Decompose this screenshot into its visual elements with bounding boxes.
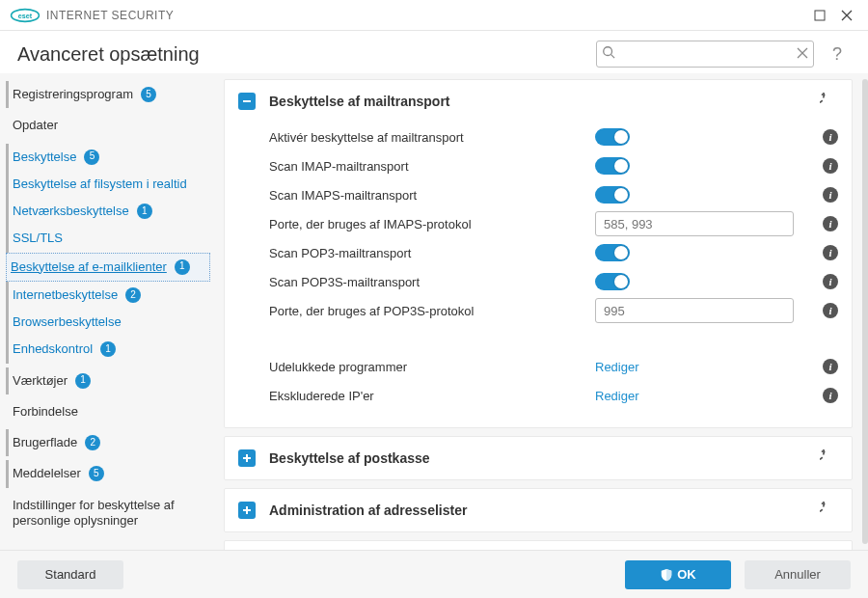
svg-rect-2 (815, 11, 825, 20)
content-wrap: Beskyttelse af mailtransport Aktivér bes… (220, 73, 868, 550)
search-wrap (596, 41, 814, 68)
toggle-enable-mailtransport[interactable] (595, 128, 630, 146)
sidebar: Registreringsprogram 5 Opdater Beskyttel… (0, 73, 220, 550)
scrollbar[interactable] (862, 79, 868, 544)
sidebar-item-netvaerksbeskyttelse[interactable]: Netværksbeskyttelse 1 (6, 198, 210, 225)
sidebar-item-personlige-oplysninger[interactable]: Indstillinger for beskyttelse af personl… (6, 492, 210, 535)
body: Registreringsprogram 5 Opdater Beskyttel… (0, 73, 868, 550)
sidebar-badge: 2 (85, 435, 100, 450)
content: Beskyttelse af mailtransport Aktivér bes… (224, 79, 862, 550)
row-pop3s-ports: Porte, der bruges af POP3S-protokol i (269, 296, 838, 325)
panel-header-adresselister[interactable]: Administration af adresselister (225, 489, 852, 531)
sidebar-item-forbindelse[interactable]: Forbindelse (6, 398, 210, 425)
sidebar-item-filsystem-realtid[interactable]: Beskyttelse af filsystem i realtid (6, 171, 210, 198)
sidebar-item-enhedskontrol[interactable]: Enhedskontrol 1 (6, 336, 210, 363)
cancel-button[interactable]: Annuller (745, 560, 851, 589)
sidebar-item-meddelelser[interactable]: Meddelelser 5 (6, 460, 210, 487)
input-imaps-ports[interactable] (595, 211, 794, 236)
revert-icon[interactable] (819, 501, 838, 520)
toggle-scan-imaps[interactable] (595, 186, 630, 204)
row-excluded-ips: Ekskluderede IP'er Rediger i (269, 381, 838, 410)
panel-title: Beskyttelse af mailtransport (269, 94, 819, 109)
collapse-icon (238, 93, 256, 110)
info-icon[interactable]: i (823, 158, 838, 174)
svg-text:eset: eset (18, 12, 33, 20)
search-icon (602, 45, 615, 63)
info-icon[interactable]: i (823, 216, 838, 231)
sidebar-badge: 5 (89, 466, 104, 481)
toggle-scan-imap[interactable] (595, 157, 630, 175)
panel-threatsense: ThreatSense (224, 540, 853, 550)
link-edit-excluded-ips[interactable]: Rediger (595, 389, 639, 403)
sidebar-item-browserbeskyttelse[interactable]: Browserbeskyttelse (6, 309, 210, 336)
sidebar-item-opdater[interactable]: Opdater (6, 112, 210, 139)
sidebar-badge: 1 (75, 373, 91, 389)
panel-body-mailtransport: Aktivér beskyttelse af mailtransport i S… (225, 122, 852, 427)
row-scan-imaps: Scan IMAPS-mailtransport i (269, 180, 838, 209)
row-scan-imap: Scan IMAP-mailtransport i (269, 151, 838, 180)
panel-adresselister: Administration af adresselister (224, 488, 853, 532)
sidebar-item-beskyttelse[interactable]: Beskyttelse 5 (6, 144, 210, 171)
sidebar-badge: 1 (100, 341, 116, 357)
ok-button-label: OK (677, 567, 696, 582)
info-icon[interactable]: i (823, 187, 838, 203)
revert-icon[interactable] (819, 448, 838, 468)
page-title: Avanceret opsætning (17, 43, 200, 66)
info-icon[interactable]: i (823, 388, 838, 403)
help-button[interactable]: ? (824, 41, 851, 68)
toggle-scan-pop3[interactable] (595, 244, 630, 261)
titlebar: eset INTERNET SECURITY (0, 0, 868, 31)
panel-header-mailtransport[interactable]: Beskyttelse af mailtransport (225, 80, 852, 122)
sidebar-badge: 1 (137, 204, 152, 219)
sidebar-item-vaerktoejer[interactable]: Værktøjer 1 (6, 367, 210, 394)
ok-button[interactable]: OK (625, 560, 731, 589)
svg-point-3 (604, 47, 612, 56)
sidebar-item-brugerflade[interactable]: Brugerflade 2 (6, 429, 210, 456)
window-close-button[interactable] (833, 2, 860, 29)
brand-logo: eset (10, 7, 41, 24)
info-icon[interactable]: i (823, 303, 838, 318)
toggle-scan-pop3s[interactable] (595, 273, 630, 290)
link-edit-excluded-apps[interactable]: Rediger (595, 360, 639, 374)
panel-title: Beskyttelse af postkasse (269, 450, 819, 466)
sidebar-badge: 1 (175, 259, 190, 275)
revert-icon[interactable] (819, 92, 838, 111)
panel-postkasse: Beskyttelse af postkasse (224, 436, 853, 480)
panel-header-threatsense[interactable]: ThreatSense (225, 541, 852, 550)
info-icon[interactable]: i (823, 274, 838, 289)
row-excluded-apps: Udelukkede programmer Rediger i (269, 352, 838, 381)
footer: Standard OK Annuller (0, 550, 868, 598)
sidebar-item-email-klienter[interactable]: Beskyttelse af e-mailklienter 1 (6, 253, 210, 282)
shield-icon (660, 568, 673, 582)
sidebar-item-internetbeskyttelse[interactable]: Internetbeskyttelse 2 (6, 282, 210, 309)
row-enable-mailtransport: Aktivér beskyttelse af mailtransport i (269, 122, 838, 151)
panel-title: Administration af adresselister (269, 503, 819, 518)
sidebar-item-ssl-tls[interactable]: SSL/TLS (6, 225, 210, 252)
info-icon[interactable]: i (823, 359, 838, 374)
expand-icon (238, 502, 256, 519)
sidebar-badge: 5 (141, 87, 156, 102)
info-icon[interactable]: i (823, 245, 838, 260)
row-scan-pop3s: Scan POP3S-mailtransport i (269, 267, 838, 296)
sidebar-badge: 5 (84, 150, 99, 165)
header: Avanceret opsætning ? (0, 31, 868, 79)
info-icon[interactable]: i (823, 129, 838, 145)
window-maximize-button[interactable] (806, 2, 833, 29)
panel-header-postkasse[interactable]: Beskyttelse af postkasse (225, 437, 852, 479)
row-scan-pop3: Scan POP3-mailtransport i (269, 238, 838, 267)
brand-text: INTERNET SECURITY (46, 9, 174, 22)
input-pop3s-ports[interactable] (595, 298, 794, 323)
panel-mailtransport: Beskyttelse af mailtransport Aktivér bes… (224, 79, 853, 428)
search-input[interactable] (596, 41, 814, 68)
sidebar-item-registreringsprogram[interactable]: Registreringsprogram 5 (6, 81, 210, 108)
default-button[interactable]: Standard (17, 560, 123, 589)
expand-icon (238, 449, 256, 467)
row-imaps-ports: Porte, der bruges af IMAPS-protokol i (269, 209, 838, 238)
sidebar-badge: 2 (125, 287, 141, 303)
clear-search-icon[interactable] (797, 45, 808, 63)
